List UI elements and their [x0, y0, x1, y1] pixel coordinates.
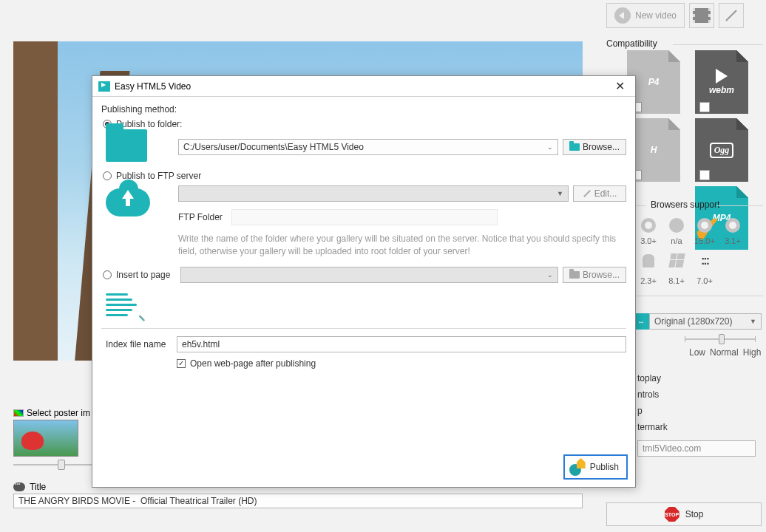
options-column: toplay ntrols p termark [637, 373, 668, 432]
film-button[interactable] [689, 3, 714, 28]
browse-folder-button[interactable]: Browse... [563, 139, 626, 155]
compatibility-label: Compatibility [606, 38, 657, 49]
ftp-combo: ▼ [178, 185, 569, 202]
publish-label: Publish [590, 462, 619, 472]
publish-button[interactable]: Publish [563, 454, 628, 480]
title-label-row: Title [13, 482, 46, 492]
quality-labels: Low Normal High [689, 347, 761, 358]
page-lines-icon [106, 287, 143, 319]
open-after-label: Open web-page after publishing [190, 358, 316, 369]
pencil-icon [583, 190, 591, 197]
insert-page-combo: ⌄ [180, 267, 558, 283]
mini-folder-icon [569, 143, 580, 151]
poster-thumb[interactable] [13, 420, 78, 457]
pen-icon [725, 10, 737, 21]
opera-icon [694, 216, 716, 234]
watermark-option[interactable]: termark [637, 422, 668, 432]
folder-path-combo[interactable]: C:/Users/user/Documents\Easy HTML5 Video… [178, 139, 558, 155]
film-icon [695, 8, 708, 23]
format-webm-checkbox[interactable] [699, 102, 710, 112]
ie-icon [665, 216, 688, 234]
browser-icons-row-2: ::: [637, 251, 716, 270]
publish-dialog: Easy HTML5 Video ✕ Publishing method: Pu… [92, 75, 636, 488]
title-input[interactable] [13, 494, 583, 508]
autoplay-option[interactable]: toplay [637, 373, 668, 383]
open-after-checkbox-row[interactable]: ✓ Open web-page after publishing [101, 358, 626, 369]
folder-icon [106, 129, 147, 162]
format-ogg-checkbox[interactable] [699, 170, 710, 180]
browser-icons-row-1 [637, 216, 744, 234]
arrow-left-icon [614, 7, 631, 24]
poster-color-icon [13, 409, 24, 417]
controls-option[interactable]: ntrols [637, 389, 668, 400]
quality-slider-handle[interactable] [719, 334, 725, 344]
select-poster-label: Select poster im [27, 408, 90, 418]
size-row: ↔ Original (1280x720)▼ [633, 313, 762, 330]
open-after-checkbox[interactable]: ✓ [177, 359, 186, 368]
title-chip-icon [13, 482, 25, 491]
publish-folder-radio[interactable]: Publish to folder: [101, 119, 626, 129]
dialog-titlebar[interactable]: Easy HTML5 Video ✕ [92, 76, 635, 97]
watermark-input[interactable] [637, 440, 756, 457]
pen-button[interactable] [719, 3, 744, 28]
ftp-help-text: Write the name of the folder where your … [178, 233, 626, 258]
ftp-edit-button[interactable]: Edit... [573, 185, 626, 202]
stop-icon: STOP [665, 507, 679, 522]
select-poster-row: Select poster im [13, 408, 90, 418]
index-file-label: Index file name [106, 339, 172, 349]
browsers-support-label: Browsers support [651, 200, 719, 210]
index-file-input[interactable] [177, 336, 626, 352]
new-video-label: New video [635, 10, 677, 21]
chrome-icon [637, 216, 660, 234]
new-video-button[interactable]: New video [606, 3, 685, 28]
safari-icon [722, 216, 744, 234]
insert-to-page-label: Insert to page [116, 270, 170, 280]
app-icon [98, 81, 110, 92]
format-ogg[interactable]: Ogg [692, 118, 751, 182]
stop-label: Stop [685, 509, 704, 519]
publish-ftp-radio[interactable]: Publish to FTP server [101, 171, 626, 181]
cloud-upload-icon [106, 188, 150, 216]
close-icon[interactable]: ✕ [611, 79, 629, 93]
browser-ver-row-1: 3.0+ n/a 15.0+ 3.1+ [637, 236, 744, 245]
title-label: Title [30, 482, 46, 492]
publish-folder-label: Publish to folder: [116, 119, 182, 129]
quality-slider[interactable] [685, 332, 756, 340]
ftp-folder-label: FTP Folder [178, 212, 223, 222]
insert-to-page-radio[interactable]: Insert to page ⌄ Browse... [101, 267, 626, 283]
android-icon [637, 251, 660, 270]
loop-option[interactable]: p [637, 406, 668, 416]
stop-button[interactable]: STOP Stop [606, 502, 762, 526]
format-webm[interactable]: webm [692, 50, 751, 114]
publish-icon [569, 458, 586, 476]
browser-ver-row-2: 2.3+ 8.1+ 7.0+ [637, 276, 716, 285]
browse-page-button: Browse... [563, 267, 626, 283]
publishing-method-label: Publishing method: [101, 104, 626, 115]
blackberry-icon: ::: [694, 251, 716, 270]
windows-icon [665, 251, 688, 270]
size-combo[interactable]: Original (1280x720)▼ [649, 313, 762, 330]
ftp-folder-input [231, 209, 498, 225]
dialog-title-text: Easy HTML5 Video [115, 81, 191, 92]
mini-folder-icon-disabled [569, 271, 580, 279]
slider-handle[interactable] [58, 460, 65, 470]
